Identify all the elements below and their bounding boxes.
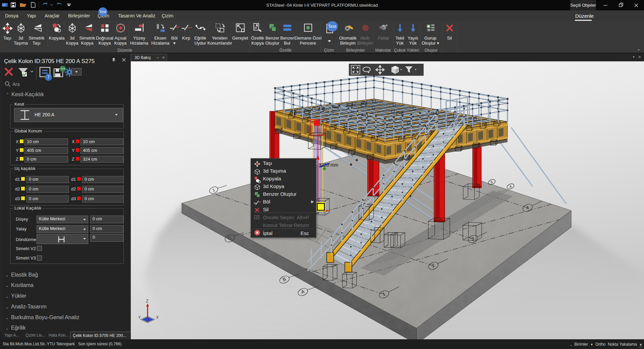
svg-text:Y: Y	[138, 315, 141, 320]
svg-text:Z: Z	[146, 299, 148, 303]
svg-text:X: X	[156, 315, 159, 320]
svg-text:3220 mm: 3220 mm	[319, 162, 338, 168]
